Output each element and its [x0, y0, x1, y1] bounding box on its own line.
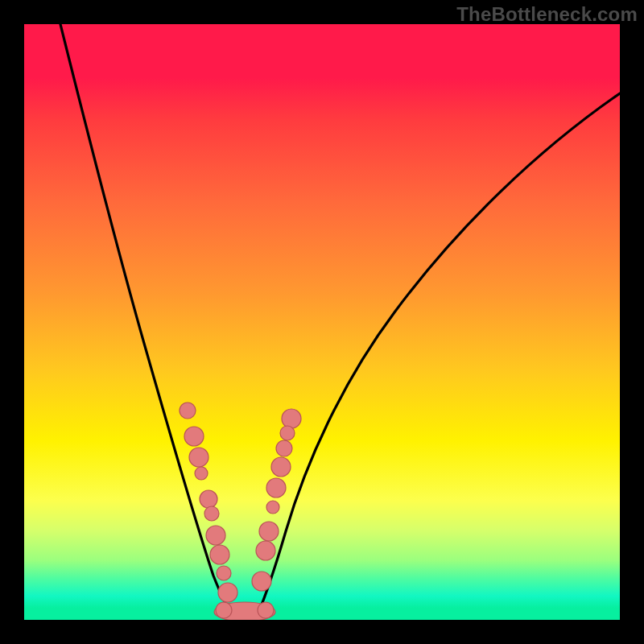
marker-dot [216, 602, 232, 618]
marker-dot [256, 541, 275, 560]
marker-dot [259, 522, 279, 541]
marker-dot [195, 467, 208, 480]
marker-dot [258, 602, 274, 618]
curves-layer [24, 24, 620, 620]
plot-area [24, 24, 620, 620]
marker-dot [276, 440, 292, 456]
marker-dot [280, 426, 295, 440]
marker-dot [210, 545, 229, 564]
marker-dot [271, 457, 291, 477]
marker-dot [282, 409, 301, 428]
marker-dot [206, 526, 225, 545]
marker-dot [266, 501, 279, 514]
data-markers [180, 402, 301, 620]
chart-frame: TheBottleneck.com [0, 0, 644, 644]
marker-dot [200, 490, 217, 508]
marker-dot [189, 448, 208, 467]
watermark-text: TheBottleneck.com [456, 3, 638, 26]
marker-dot [180, 402, 196, 419]
marker-dot [204, 506, 219, 521]
marker-dot [252, 572, 271, 591]
marker-dot [217, 566, 231, 580]
marker-dot [266, 478, 286, 497]
marker-dot [184, 427, 204, 446]
marker-dot [218, 583, 237, 602]
right-curve [256, 93, 620, 618]
